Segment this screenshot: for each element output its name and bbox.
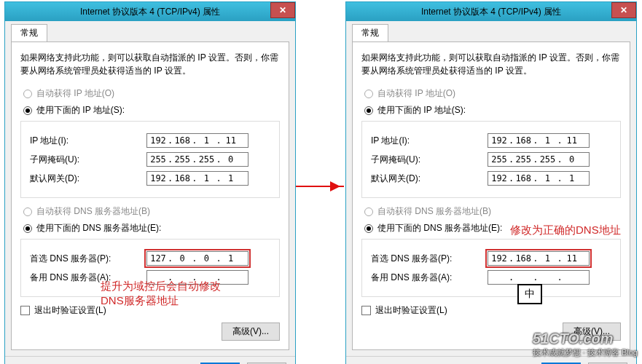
radio-icon bbox=[23, 90, 32, 98]
radio-icon bbox=[23, 207, 32, 216]
preferred-dns-label: 首选 DNS 服务器(P): bbox=[371, 253, 488, 265]
preferred-dns-input[interactable]: 127. 0. 0. 1 bbox=[146, 251, 248, 266]
dns-group: 首选 DNS 服务器(P): 127. 0. 0. 1 备用 DNS 服务器(A… bbox=[20, 239, 280, 297]
subnet-mask-row: 子网掩码(U): 255. 255. 255. 0 bbox=[371, 152, 611, 167]
validate-row[interactable]: 退出时验证设置(L) bbox=[361, 304, 621, 317]
radio-auto-ip[interactable]: 自动获得 IP 地址(O) bbox=[23, 87, 280, 100]
radio-auto-ip[interactable]: 自动获得 IP 地址(O) bbox=[364, 87, 621, 100]
radio-manual-dns[interactable]: 使用下面的 DNS 服务器地址(E): bbox=[23, 222, 280, 234]
tab-strip: 常规 bbox=[346, 21, 636, 41]
dialog-buttons: 确定 取消 bbox=[5, 356, 295, 364]
alternate-dns-input[interactable]: . . . bbox=[488, 270, 590, 285]
subnet-mask-input[interactable]: 255. 255. 255. 0 bbox=[488, 152, 590, 167]
radio-manual-dns-label: 使用下面的 DNS 服务器地址(E): bbox=[377, 222, 502, 234]
radio-manual-ip-label: 使用下面的 IP 地址(S): bbox=[36, 104, 125, 116]
radio-icon bbox=[364, 90, 373, 98]
ip-address-label: IP 地址(I): bbox=[371, 135, 488, 147]
close-icon: ✕ bbox=[279, 5, 286, 15]
advanced-button[interactable]: 高级(V)... bbox=[563, 323, 621, 341]
alternate-dns-input[interactable]: . . . bbox=[146, 270, 248, 285]
titlebar[interactable]: Internet 协议版本 4 (TCP/IPv4) 属性 ✕ bbox=[346, 2, 636, 21]
preferred-dns-label: 首选 DNS 服务器(P): bbox=[30, 253, 146, 265]
tcpip-properties-dialog-right: Internet 协议版本 4 (TCP/IPv4) 属性 ✕ 常规 如果网络支… bbox=[345, 1, 637, 364]
dns-group: 首选 DNS 服务器(P): 192. 168. 1. 11 备用 DNS 服务… bbox=[361, 239, 621, 297]
validate-label: 退出时验证设置(L) bbox=[34, 304, 106, 317]
preferred-dns-row: 首选 DNS 服务器(P): 127. 0. 0. 1 bbox=[30, 251, 270, 266]
ip-address-input[interactable]: 192. 168. 1. 11 bbox=[488, 133, 590, 148]
description-text: 如果网络支持此功能，则可以获取自动指派的 IP 设置。否则，你需要从网络系统管理… bbox=[20, 51, 280, 77]
tab-general[interactable]: 常规 bbox=[11, 24, 47, 41]
subnet-mask-label: 子网掩码(U): bbox=[371, 154, 488, 166]
ip-group: IP 地址(I): 192. 168. 1. 11 子网掩码(U): 255. … bbox=[361, 121, 621, 198]
gateway-row: 默认网关(D): 192. 168. 1. 1 bbox=[371, 171, 611, 186]
subnet-mask-row: 子网掩码(U): 255. 255. 255. 0 bbox=[30, 152, 270, 167]
tcpip-properties-dialog-left: Internet 协议版本 4 (TCP/IPv4) 属性 ✕ 常规 如果网络支… bbox=[4, 1, 296, 364]
general-pane: 如果网络支持此功能，则可以获取自动指派的 IP 设置。否则，你需要从网络系统管理… bbox=[352, 41, 630, 350]
subnet-mask-label: 子网掩码(U): bbox=[30, 154, 146, 166]
radio-manual-dns-label: 使用下面的 DNS 服务器地址(E): bbox=[36, 222, 161, 234]
radio-icon bbox=[364, 106, 373, 115]
gateway-row: 默认网关(D): 192. 168. 1. 1 bbox=[30, 171, 270, 186]
dialog-buttons: 确定 取消 bbox=[346, 356, 636, 364]
radio-auto-ip-label: 自动获得 IP 地址(O) bbox=[36, 87, 114, 100]
ip-address-label: IP 地址(I): bbox=[30, 135, 146, 147]
validate-row[interactable]: 退出时验证设置(L) bbox=[20, 304, 280, 317]
general-pane: 如果网络支持此功能，则可以获取自动指派的 IP 设置。否则，你需要从网络系统管理… bbox=[11, 41, 289, 350]
advanced-button[interactable]: 高级(V)... bbox=[222, 323, 280, 341]
radio-manual-dns[interactable]: 使用下面的 DNS 服务器地址(E): bbox=[364, 222, 621, 234]
ime-char: 中 bbox=[525, 288, 535, 301]
ip-address-row: IP 地址(I): 192. 168. 1. 11 bbox=[371, 133, 611, 148]
window-title: Internet 协议版本 4 (TCP/IPv4) 属性 bbox=[346, 6, 636, 18]
alternate-dns-row: 备用 DNS 服务器(A): . . . bbox=[30, 270, 270, 285]
close-button[interactable]: ✕ bbox=[611, 2, 636, 18]
radio-auto-dns-label: 自动获得 DNS 服务器地址(B) bbox=[36, 205, 150, 218]
radio-auto-dns: 自动获得 DNS 服务器地址(B) bbox=[364, 205, 621, 218]
radio-icon bbox=[23, 224, 32, 233]
gateway-label: 默认网关(D): bbox=[30, 173, 146, 185]
radio-manual-ip-label: 使用下面的 IP 地址(S): bbox=[377, 104, 466, 116]
radio-icon bbox=[364, 207, 373, 216]
alternate-dns-label: 备用 DNS 服务器(A): bbox=[371, 272, 488, 284]
tab-general[interactable]: 常规 bbox=[352, 24, 388, 41]
radio-auto-dns-label: 自动获得 DNS 服务器地址(B) bbox=[377, 205, 491, 218]
gateway-label: 默认网关(D): bbox=[371, 173, 488, 185]
preferred-dns-input[interactable]: 192. 168. 1. 11 bbox=[488, 251, 590, 266]
validate-label: 退出时验证设置(L) bbox=[375, 304, 447, 317]
window-title: Internet 协议版本 4 (TCP/IPv4) 属性 bbox=[5, 6, 295, 18]
ip-address-input[interactable]: 192. 168. 1. 11 bbox=[146, 133, 248, 148]
description-text: 如果网络支持此功能，则可以获取自动指派的 IP 设置。否则，你需要从网络系统管理… bbox=[361, 51, 621, 77]
close-button[interactable]: ✕ bbox=[270, 2, 295, 18]
radio-auto-dns: 自动获得 DNS 服务器地址(B) bbox=[23, 205, 280, 218]
gateway-input[interactable]: 192. 168. 1. 1 bbox=[488, 171, 590, 186]
ip-group: IP 地址(I): 192. 168. 1. 11 子网掩码(U): 255. … bbox=[20, 121, 280, 198]
radio-auto-ip-label: 自动获得 IP 地址(O) bbox=[377, 87, 455, 100]
validate-checkbox[interactable] bbox=[20, 306, 30, 315]
radio-icon bbox=[364, 224, 373, 233]
gateway-input[interactable]: 192. 168. 1. 1 bbox=[146, 171, 248, 186]
radio-icon bbox=[23, 106, 32, 115]
radio-manual-ip[interactable]: 使用下面的 IP 地址(S): bbox=[23, 104, 280, 116]
validate-checkbox[interactable] bbox=[361, 306, 371, 315]
ime-indicator: 中 bbox=[517, 284, 542, 304]
ip-address-row: IP 地址(I): 192. 168. 1. 11 bbox=[30, 133, 270, 148]
arrow-icon bbox=[296, 186, 344, 187]
subnet-mask-input[interactable]: 255. 255. 255. 0 bbox=[146, 152, 248, 167]
tab-strip: 常规 bbox=[5, 21, 295, 41]
titlebar[interactable]: Internet 协议版本 4 (TCP/IPv4) 属性 ✕ bbox=[5, 2, 295, 21]
alternate-dns-label: 备用 DNS 服务器(A): bbox=[30, 272, 146, 284]
preferred-dns-row: 首选 DNS 服务器(P): 192. 168. 1. 11 bbox=[371, 251, 611, 266]
radio-manual-ip[interactable]: 使用下面的 IP 地址(S): bbox=[364, 104, 621, 116]
alternate-dns-row: 备用 DNS 服务器(A): . . . bbox=[371, 270, 611, 285]
close-icon: ✕ bbox=[620, 5, 627, 15]
